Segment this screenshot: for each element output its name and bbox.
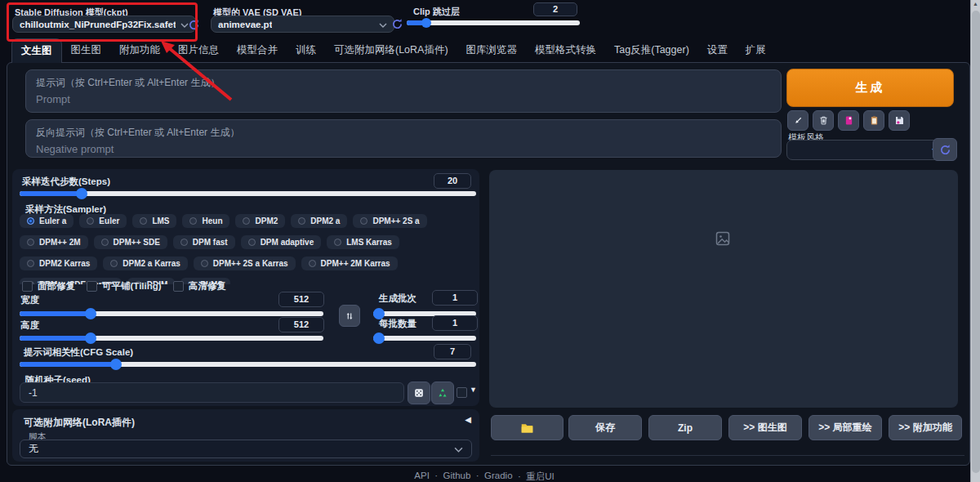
seed-extra-caret-icon[interactable]: ▼ bbox=[470, 386, 477, 394]
tab[interactable]: 文生图 bbox=[11, 38, 62, 63]
prompt-input[interactable]: 提示词（按 Ctrl+Enter 或 Alt+Enter 生成） Prompt bbox=[25, 69, 782, 113]
script-select[interactable]: 无 bbox=[20, 440, 472, 458]
sampler-option[interactable]: DPM2 a bbox=[291, 214, 347, 228]
footer-link[interactable]: Gradio bbox=[470, 471, 512, 482]
height-slider[interactable] bbox=[20, 336, 323, 341]
restore-options: 面部修复 可平铺(Tiling) 高清修复 bbox=[22, 280, 226, 292]
clip-skip-value[interactable]: 2 bbox=[533, 2, 577, 16]
width-slider[interactable] bbox=[20, 311, 323, 316]
radio-icon bbox=[309, 260, 316, 267]
steps-slider[interactable] bbox=[20, 191, 476, 196]
folder-icon bbox=[520, 422, 534, 434]
sampler-option[interactable]: LMS bbox=[132, 214, 176, 228]
lora-title[interactable]: 可选附加网络(LoRA插件) bbox=[24, 416, 135, 430]
sampler-option[interactable]: Euler a bbox=[20, 214, 74, 228]
checkbox-option[interactable]: 高清修复 bbox=[173, 280, 226, 292]
styles-select[interactable]: ▼ bbox=[786, 140, 945, 160]
negative-prompt-placeholder: Negative prompt bbox=[36, 143, 771, 155]
swap-arrows-icon bbox=[345, 311, 354, 321]
tab[interactable]: 模型合并 bbox=[228, 38, 287, 62]
sampler-option[interactable]: DPM++ SDE bbox=[94, 235, 167, 249]
vae-refresh-button[interactable] bbox=[390, 16, 404, 31]
save-style-button[interactable] bbox=[889, 110, 910, 131]
output-action-button[interactable]: >> 图生图 bbox=[728, 415, 802, 440]
sampler-option[interactable]: Heun bbox=[182, 214, 229, 228]
checkbox-option[interactable]: 可平铺(Tiling) bbox=[87, 280, 162, 292]
sampler-option[interactable]: Euler bbox=[79, 214, 127, 228]
clear-prompt-button[interactable] bbox=[813, 110, 834, 131]
tab[interactable]: 扩展 bbox=[737, 38, 775, 62]
batch-size-value[interactable]: 1 bbox=[432, 315, 478, 331]
tab[interactable]: 附加功能 bbox=[110, 38, 169, 62]
negative-prompt-input[interactable]: 反向提示词（按 Ctrl+Enter 或 Alt+Enter 生成） Negat… bbox=[25, 119, 782, 158]
prompt-placeholder: Prompt bbox=[36, 93, 771, 105]
vae-select[interactable]: animevae.pt bbox=[211, 16, 394, 33]
open-folder-button[interactable] bbox=[491, 415, 564, 440]
sampler-option[interactable]: DPM++ 2M Karras bbox=[301, 257, 398, 270]
cfg-slider[interactable] bbox=[20, 362, 476, 367]
output-action-button[interactable]: Zip bbox=[648, 415, 722, 440]
slider-thumb[interactable] bbox=[421, 18, 431, 28]
sampler-option[interactable]: LMS Karras bbox=[327, 235, 399, 249]
seed-input[interactable]: -1 bbox=[20, 382, 404, 403]
extra-networks-button[interactable] bbox=[838, 110, 859, 131]
output-action-button[interactable]: >> 局部重绘 bbox=[808, 415, 882, 440]
tab[interactable]: 设置 bbox=[698, 38, 737, 62]
sampler-option[interactable]: DPM2 a Karras bbox=[103, 257, 188, 270]
output-actions: 保存Zip>> 图生图>> 局部重绘>> 附加功能 bbox=[568, 415, 962, 440]
tab[interactable]: Tag反推(Tagger) bbox=[605, 38, 698, 62]
tab[interactable]: 模型格式转换 bbox=[526, 38, 605, 62]
scrollbar-thumb[interactable] bbox=[972, 11, 980, 473]
tab[interactable]: 可选附加网络(LoRA插件) bbox=[325, 38, 457, 62]
sampler-option[interactable]: DPM fast bbox=[173, 235, 235, 249]
slider-thumb[interactable] bbox=[76, 188, 87, 199]
clip-skip-slider[interactable] bbox=[407, 20, 580, 25]
accordion-collapsed-icon[interactable]: ◀ bbox=[465, 415, 471, 424]
swap-dimensions-button[interactable] bbox=[339, 305, 360, 327]
generate-button[interactable]: 生成 bbox=[786, 69, 954, 107]
output-action-button[interactable]: 保存 bbox=[568, 415, 642, 440]
sampler-option[interactable]: DPM++ 2S a bbox=[353, 214, 426, 228]
txt2img-panel: 提示词（按 Ctrl+Enter 或 Alt+Enter 生成） Prompt … bbox=[7, 62, 970, 466]
reuse-seed-button[interactable] bbox=[431, 382, 454, 404]
slider-thumb[interactable] bbox=[85, 308, 96, 319]
prompt-toolbar bbox=[787, 110, 910, 131]
random-seed-button[interactable] bbox=[408, 382, 430, 404]
model-refresh-button[interactable] bbox=[186, 17, 201, 32]
steps-value[interactable]: 20 bbox=[434, 173, 471, 189]
batch-count-label: 生成批次 bbox=[379, 292, 416, 305]
sampler-options: Euler a Euler LMS Heun DPM2 DPM2 a DPM++… bbox=[20, 214, 479, 284]
model-select[interactable]: chilloutmix_NiPrunedFp32Fix.safetensors … bbox=[12, 16, 196, 33]
slider-thumb[interactable] bbox=[110, 359, 122, 370]
footer-link[interactable]: Github bbox=[430, 471, 471, 482]
tab[interactable]: 训练 bbox=[287, 38, 325, 62]
tab[interactable]: 图库浏览器 bbox=[457, 38, 527, 62]
styles-refresh-button[interactable] bbox=[933, 138, 957, 161]
height-value[interactable]: 512 bbox=[278, 317, 324, 332]
output-gallery[interactable] bbox=[489, 170, 958, 408]
footer-link[interactable]: 重启UI bbox=[513, 471, 555, 482]
footer-link[interactable]: API bbox=[414, 471, 430, 482]
tab[interactable]: 图片信息 bbox=[169, 38, 228, 62]
slider-thumb[interactable] bbox=[85, 332, 96, 344]
recycle-icon bbox=[437, 387, 448, 399]
output-action-button[interactable]: >> 附加功能 bbox=[889, 415, 962, 440]
batch-size-slider[interactable] bbox=[373, 336, 476, 341]
sampler-option[interactable]: DPM2 Karras bbox=[20, 257, 97, 270]
sampler-option[interactable]: DPM++ 2S a Karras bbox=[194, 257, 296, 270]
checkbox-icon bbox=[87, 281, 97, 292]
tab[interactable]: 图生图 bbox=[62, 38, 111, 62]
cfg-value[interactable]: 7 bbox=[434, 344, 471, 359]
slider-thumb[interactable] bbox=[373, 332, 385, 344]
sampler-option[interactable]: DPM2 bbox=[235, 214, 285, 228]
width-value[interactable]: 512 bbox=[278, 292, 324, 307]
checkbox-option[interactable]: 面部修复 bbox=[22, 280, 75, 292]
sampler-option[interactable]: DPM adaptive bbox=[241, 235, 322, 249]
scrollbar-up-arrow[interactable]: ▲ bbox=[971, 1, 980, 7]
scrollbar[interactable]: ▲ bbox=[970, 0, 980, 482]
batch-count-value[interactable]: 1 bbox=[432, 290, 478, 306]
read-params-button[interactable] bbox=[787, 110, 808, 131]
apply-styles-button[interactable] bbox=[863, 110, 884, 131]
sampler-option[interactable]: DPM++ 2M bbox=[20, 235, 88, 249]
extra-seed-checkbox[interactable] bbox=[457, 387, 467, 398]
